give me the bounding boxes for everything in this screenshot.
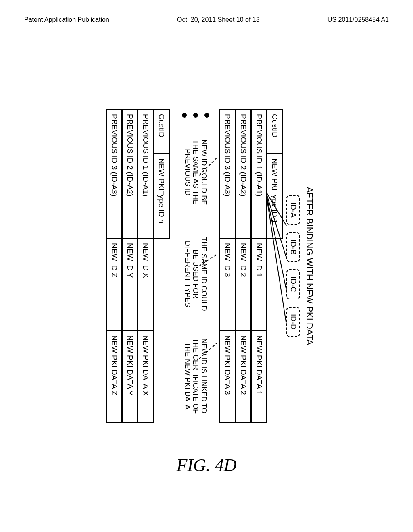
tab-id-c: ID-C xyxy=(286,269,300,299)
cell-new-id: NEW ID Y xyxy=(122,239,138,331)
tab-id-b: ID-B xyxy=(286,232,300,262)
table-row: PREVIOUS ID 3 (ID-A3) NEW ID Z NEW PKI D… xyxy=(106,110,122,423)
cell-pki-data: NEW PKI DATA Z xyxy=(106,330,122,423)
bullet-icon xyxy=(193,113,198,118)
pki-table-1: CustID NEW PKIType ID 1 PREVIOUS ID 1 (I… xyxy=(219,109,283,423)
cell-prev-id: PREVIOUS ID 3 (ID-A3) xyxy=(106,110,122,239)
note-same-prev: NEW ID COULD BE THE SAME AS THE PREVIOUS… xyxy=(183,125,208,220)
cell-new-id: NEW ID Z xyxy=(106,239,122,331)
cell-pki-data: NEW PKI DATA Y xyxy=(122,330,138,423)
cell-new-id: NEW ID 2 xyxy=(236,239,251,331)
cell-prev-id: PREVIOUS ID 2 (ID-A2) xyxy=(236,110,251,239)
tab-id-a: ID-A xyxy=(286,195,300,225)
tabs-row: ID-A ID-B ID-C ID-D xyxy=(286,85,300,447)
header-pkitype: NEW PKIType ID 1 xyxy=(267,154,283,239)
cell-prev-id: PREVIOUS ID 1 (ID-A1) xyxy=(251,110,267,239)
table-row: PREVIOUS ID 2 (ID-A2) NEW ID 2 NEW PKI D… xyxy=(236,110,251,423)
table-header-row: CustID NEW PKIType ID 1 xyxy=(267,110,283,423)
page-header: Patent Application Publication Oct. 20, … xyxy=(0,16,413,23)
table-row: PREVIOUS ID 2 (ID-A2) NEW ID Y NEW PKI D… xyxy=(122,110,138,423)
figure-label: FIG. 4D xyxy=(176,455,236,476)
cell-pki-data: NEW PKI DATA 2 xyxy=(236,330,251,423)
cell-prev-id: PREVIOUS ID 1 (ID-A1) xyxy=(138,110,154,239)
header-pkitype: NEW PKIType ID n xyxy=(154,154,169,239)
cell-new-id: NEW ID X xyxy=(138,239,154,331)
diagram-title: AFTER BINDING WITH NEW PKI DATA xyxy=(304,85,315,447)
cell-pki-data: NEW PKI DATA 1 xyxy=(251,330,267,423)
notes-row: NEW ID COULD BE THE SAME AS THE PREVIOUS… xyxy=(182,109,209,423)
header-center: Oct. 20, 2011 Sheet 10 of 13 xyxy=(177,16,260,23)
tab-id-d: ID-D xyxy=(286,307,300,337)
note-same-types: THE SAME ID COULD BE USED FOR DIFFERENT … xyxy=(183,227,208,322)
cell-prev-id: PREVIOUS ID 2 (ID-A2) xyxy=(122,110,138,239)
cell-prev-id: PREVIOUS ID 3 (ID-A3) xyxy=(220,110,236,239)
table-header-row: CustID NEW PKIType ID n xyxy=(154,110,169,423)
bullets xyxy=(182,109,209,118)
table-row: PREVIOUS ID 1 (ID-A1) NEW ID 1 NEW PKI D… xyxy=(251,110,267,423)
header-right: US 2011/0258454 A1 xyxy=(327,16,389,23)
header-left: Patent Application Publication xyxy=(24,16,109,23)
bullet-icon xyxy=(182,113,187,118)
cell-new-id: NEW ID 1 xyxy=(251,239,267,331)
diagram-stage: AFTER BINDING WITH NEW PKI DATA ID-A ID-… xyxy=(98,85,315,447)
header-custid: CustID xyxy=(154,110,169,154)
cell-pki-data: NEW PKI DATA X xyxy=(138,330,154,423)
cell-new-id: NEW ID 3 xyxy=(220,239,236,331)
pki-table-n: CustID NEW PKIType ID n PREVIOUS ID 1 (I… xyxy=(106,109,170,423)
bullet-icon xyxy=(204,113,209,118)
note-linked-cert: NEW ID IS LINKED TO THE CERTIFICATE OF T… xyxy=(183,328,208,423)
table-row: PREVIOUS ID 1 (ID-A1) NEW ID X NEW PKI D… xyxy=(138,110,154,423)
header-custid: CustID xyxy=(267,110,283,154)
table-row: PREVIOUS ID 3 (ID-A3) NEW ID 3 NEW PKI D… xyxy=(220,110,236,423)
cell-pki-data: NEW PKI DATA 3 xyxy=(220,330,236,423)
